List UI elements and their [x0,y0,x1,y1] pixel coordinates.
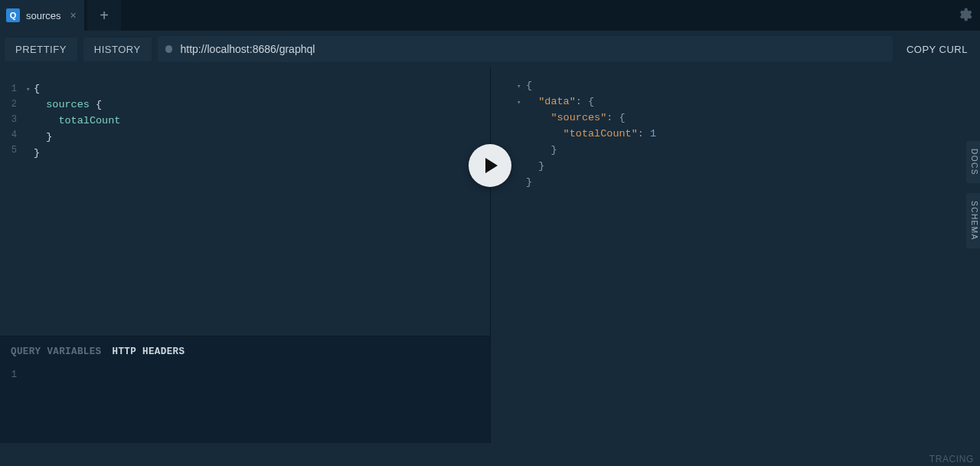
copy-curl-button[interactable]: COPY CURL [899,44,975,55]
new-tab-button[interactable]: + [87,0,121,31]
json-token: { [526,80,532,91]
json-token: : { [576,96,594,107]
results-pane: ▾{ ▾ "data": { "sources": { "totalCount"… [490,67,980,443]
history-button[interactable]: HISTORY [83,38,152,61]
tab-title: sources [26,10,61,21]
code-token: sources [46,99,90,110]
code-token: { [34,83,40,94]
json-token: } [526,176,532,188]
json-token: 1 [650,128,656,139]
line-number: 1 [0,367,17,382]
endpoint-input-container [158,36,893,62]
line-gutter: 1 [0,367,21,382]
status-dot-icon [165,45,173,53]
json-token: } [538,160,544,172]
code-token: } [46,131,52,143]
tab-query-variables[interactable]: QUERY VARIABLES [11,344,102,359]
query-editor[interactable]: 1 2 3 4 5 ▾{ sources { totalCount } } [0,67,490,336]
code-token: } [34,147,40,159]
play-icon [485,158,498,173]
line-number: 3 [0,112,17,127]
close-icon[interactable]: × [70,9,77,21]
code-token: totalCount [58,115,120,126]
variables-editor[interactable]: 1 [0,361,490,382]
gear-icon[interactable] [956,6,972,26]
execute-button[interactable] [469,144,511,187]
fold-icon[interactable]: ▾ [26,82,34,97]
editor-pane: 1 2 3 4 5 ▾{ sources { totalCount } } QU… [0,67,490,443]
endpoint-input[interactable] [180,43,884,55]
docs-button[interactable]: DOCS [966,141,980,183]
fold-icon[interactable]: ▾ [517,95,524,110]
json-token: : { [606,112,625,123]
json-token: "data" [538,96,576,107]
plus-icon: + [100,8,109,23]
result-json[interactable]: ▾{ ▾ "data": { "sources": { "totalCount"… [517,78,980,191]
line-number: 2 [0,97,17,112]
line-number: 4 [0,127,17,143]
json-token: "totalCount" [564,128,638,139]
tab-bar: Q sources × + [0,0,980,31]
variables-pane: QUERY VARIABLES HTTP HEADERS 1 [0,336,490,443]
line-number: 1 [0,81,17,97]
tab-http-headers[interactable]: HTTP HEADERS [113,344,185,359]
json-token: "sources" [550,112,606,123]
schema-button[interactable]: SCHEMA [966,193,980,248]
code-token: { [90,99,102,110]
toolbar: PRETTIFY HISTORY COPY CURL [0,31,980,67]
query-code: ▾{ sources { totalCount } } [21,81,120,336]
line-gutter: 1 2 3 4 5 [0,81,21,336]
line-number: 5 [0,143,17,158]
prettify-button[interactable]: PRETTIFY [5,38,77,61]
fold-icon[interactable]: ▾ [517,79,524,94]
query-badge-icon: Q [6,8,20,22]
json-token: : [638,128,650,139]
tracing-label[interactable]: TRACING [929,454,974,464]
tab-sources[interactable]: Q sources × [0,0,84,31]
main-area: 1 2 3 4 5 ▾{ sources { totalCount } } QU… [0,67,980,443]
json-token: } [550,144,557,156]
